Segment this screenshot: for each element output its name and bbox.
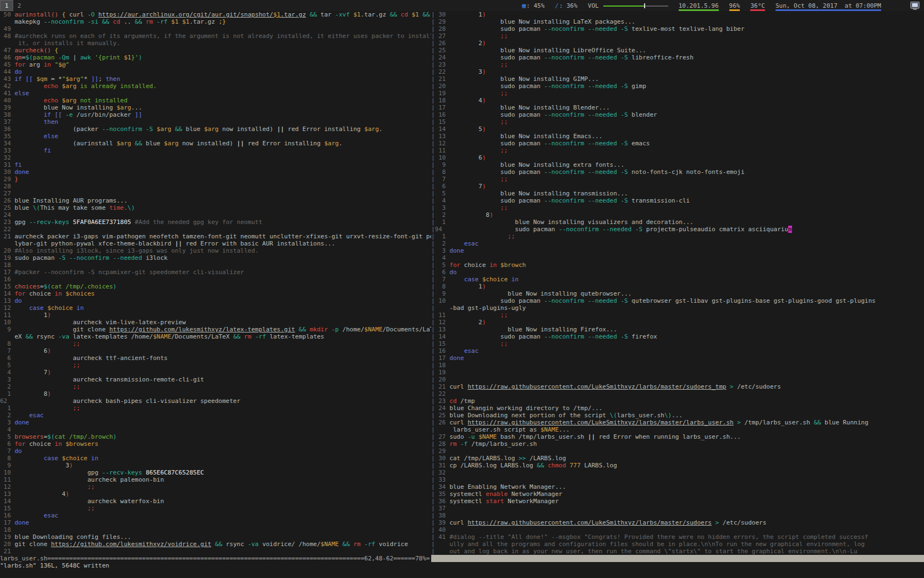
code-line: 29 } bbox=[0, 176, 431, 183]
code-line: | 6 do bbox=[431, 269, 924, 276]
cursor-position: 94,78-92 bbox=[843, 569, 872, 576]
code-line: | 34 blue Enabling Network Manager... bbox=[431, 483, 924, 490]
code-line: | 14 5) bbox=[431, 126, 924, 133]
code-line: | ully and all the programs and configur… bbox=[431, 541, 924, 548]
code-line: 10 aurcheck vim-live-latex-preview bbox=[0, 319, 431, 326]
code-line: 6 for choice in $browsers bbox=[0, 440, 431, 448]
code-line: | 40 bbox=[431, 526, 924, 533]
code-line: 21 aurcheck packer i3-gaps vim-pathogen … bbox=[0, 233, 431, 240]
code-line: 20 #Also installing i3lock, since i3-gap… bbox=[0, 247, 431, 254]
code-line: 14 aurcheck waterfox-bin bbox=[0, 498, 431, 505]
code-line: 33 fi bbox=[0, 147, 431, 154]
pane-larbs-sh[interactable]: | 30 1)| 29 blue Now installing LaTeX pa… bbox=[431, 11, 924, 555]
code-line: 2 esac bbox=[0, 412, 431, 419]
code-line: | 33 bbox=[431, 476, 924, 483]
disk-block[interactable]: /: 36% bbox=[555, 0, 578, 11]
status-bar: 12 ▦: 45%/: 36%VOL10.201.5.9696%36°CSun,… bbox=[0, 0, 924, 11]
code-line: 43 if [[ $qm = *"$arg"* ]]; then bbox=[0, 75, 431, 83]
code-line: | 16 esac bbox=[431, 347, 924, 355]
disk-label: : 36% bbox=[559, 2, 578, 9]
code-line: | 9 blue Now installing qutebrowser... bbox=[431, 290, 924, 297]
code-line: 4 bbox=[0, 426, 431, 433]
code-line: | 7 ;; bbox=[431, 176, 924, 183]
code-line: | 2 esac bbox=[431, 240, 924, 247]
cursor-block: m bbox=[788, 226, 792, 233]
code-line: 8 case $choice in bbox=[0, 455, 431, 462]
code-line: 37 then bbox=[0, 118, 431, 126]
code-line: 10 gpg --recv-keys 865E6C87C65285EC bbox=[0, 469, 431, 476]
code-line: 12 case $choice in bbox=[0, 304, 431, 312]
workspace-switcher: 12 bbox=[0, 0, 25, 11]
volume-remainder-bar bbox=[645, 6, 668, 7]
code-line: 32 bbox=[0, 154, 431, 161]
code-line: | 17 done bbox=[431, 355, 924, 362]
ip-address-block[interactable]: 10.201.5.96 bbox=[679, 0, 719, 11]
code-line: 1 8) bbox=[0, 390, 431, 397]
battery-block[interactable]: 96% bbox=[729, 0, 740, 11]
code-line: 28 bbox=[0, 183, 431, 190]
code-line: 9 3) bbox=[0, 462, 431, 469]
statusline-active: larbs.sh 94,78-92 96% bbox=[431, 555, 924, 562]
code-line: 22 bbox=[0, 226, 431, 233]
code-line: | 30 cat /tmp/LARBS.log >> /LARBS.log bbox=[431, 455, 924, 462]
volume-block[interactable]: VOL bbox=[588, 0, 668, 11]
code-line: 46 qm=$(pacman -Qm | awk '{print $1}') bbox=[0, 54, 431, 61]
code-line: 24 bbox=[0, 211, 431, 219]
code-line: | 18 4) bbox=[431, 97, 924, 104]
code-line: | 11 ;; bbox=[431, 312, 924, 319]
disk-icon: / bbox=[555, 2, 559, 9]
code-line: 17 #packer --noconfirm -S ncpamixer-git … bbox=[0, 269, 431, 276]
ip-address-label: 10.201.5.96 bbox=[679, 2, 719, 9]
code-line: | 13 blue Now installing Firefox... bbox=[431, 326, 924, 333]
code-line: | 36 systemctl start NetworkManager bbox=[431, 498, 924, 505]
pane-larbs-user-sh[interactable]: 50 aurinstall() { curl -O https://aur.ar… bbox=[0, 11, 431, 555]
code-line: 42 echo $arg is already installed. bbox=[0, 83, 431, 90]
volume-level-bar bbox=[603, 6, 644, 7]
code-line: | 28 rm -f /tmp/larbs_user.sh bbox=[431, 440, 924, 448]
code-line: | 25 blue Downloading next portion of th… bbox=[431, 412, 924, 419]
temperature-label: 36°C bbox=[750, 2, 765, 9]
code-line: 41 else bbox=[0, 90, 431, 97]
code-line: | 24 blue Changin working directory to /… bbox=[431, 405, 924, 412]
code-line: | 32 bbox=[431, 469, 924, 476]
code-line: | 10 sudo pacman --noconfirm --needed -S… bbox=[431, 297, 924, 304]
code-line: | 6 7) bbox=[431, 183, 924, 190]
memory-label: : 45% bbox=[526, 2, 544, 9]
code-line: | 12 sudo pacman --noconfirm --needed -S… bbox=[431, 140, 924, 147]
code-line: | 18 bbox=[431, 362, 924, 369]
code-line: | 26 curl https://raw.githubusercontent.… bbox=[431, 419, 924, 426]
datetime-block[interactable]: Sun, Oct 08, 2017 at 07:00PM bbox=[776, 0, 881, 11]
code-line: 12 ;; bbox=[0, 483, 431, 490]
statusline-inactive: larbs_user.sh===========================… bbox=[0, 555, 431, 562]
code-line: 16 bbox=[0, 276, 431, 283]
code-line: | 26 2) bbox=[431, 40, 924, 47]
code-line: | 22 3) bbox=[431, 68, 924, 75]
code-line: | 30 1) bbox=[431, 11, 924, 18]
code-line: 45 for arg in "$@" bbox=[0, 61, 431, 68]
code-line: 44 do bbox=[0, 68, 431, 75]
code-line: 1 ;; bbox=[0, 405, 431, 412]
code-line: 62 aurcheck bash-pipes cli-visualizer sp… bbox=[0, 397, 431, 405]
code-line: 15 choices=$(cat /tmp/.choices) bbox=[0, 283, 431, 290]
memory-icon: ▦ bbox=[522, 2, 526, 9]
code-line: 11 1) bbox=[0, 312, 431, 319]
code-line: | 7 case $choice in bbox=[431, 276, 924, 283]
code-line: 5 ;; bbox=[0, 362, 431, 369]
code-line: | 28 sudo pacman --noconfirm --needed -S… bbox=[431, 25, 924, 32]
workspace-button-2[interactable]: 2 bbox=[13, 0, 25, 11]
code-line: | 16 sudo pacman --noconfirm --needed -S… bbox=[431, 111, 924, 118]
code-line: 18 bbox=[0, 526, 431, 533]
code-line: | 4 sudo pacman --noconfirm --needed -S … bbox=[431, 197, 924, 204]
temperature-block[interactable]: 36°C bbox=[750, 0, 765, 11]
code-line: 7 do bbox=[0, 448, 431, 455]
display-icon[interactable] bbox=[910, 2, 920, 10]
code-line: 19 sudo pacman -S --noconfirm --needed i… bbox=[0, 254, 431, 261]
code-line: 50 aurinstall() { curl -O https://aur.ar… bbox=[0, 11, 431, 18]
code-line: 19 blue Downloading config files... bbox=[0, 533, 431, 541]
memory-block[interactable]: ▦: 45% bbox=[522, 0, 544, 11]
code-line: | larbs_user.sh script as $NAME... bbox=[431, 426, 924, 433]
code-line: | 1 ;; bbox=[431, 233, 924, 240]
workspace-button-1[interactable]: 1 bbox=[0, 0, 13, 11]
volume-slider[interactable] bbox=[603, 3, 668, 8]
code-line: | 19 ;; bbox=[431, 90, 924, 97]
